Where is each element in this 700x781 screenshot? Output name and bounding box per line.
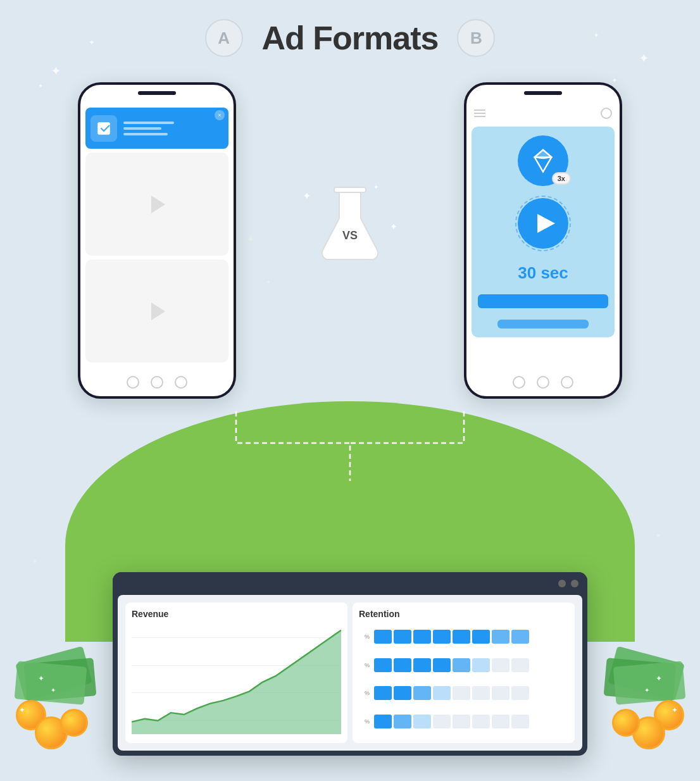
banner-line: [123, 133, 168, 135]
ad-bar-small: [497, 320, 589, 328]
star-icon: ✦: [51, 63, 61, 78]
ret-cell: [453, 630, 470, 644]
diamond-icon: [528, 146, 558, 175]
ret-cell: [472, 658, 490, 672]
star-icon: ✦: [51, 687, 56, 694]
ret-cell: [511, 715, 529, 728]
phone-b-top-bar: [466, 103, 620, 124]
ret-row: [374, 653, 568, 678]
money-left: ✦ ✦ ✦: [13, 623, 114, 749]
dashboard-content: Revenue R: [118, 595, 582, 751]
ret-cell: [413, 715, 431, 728]
circle-button: [601, 108, 612, 119]
phone-btn: [175, 376, 187, 389]
phones-container: ×: [78, 82, 622, 399]
banner-line: [123, 122, 174, 124]
ret-label: %: [359, 653, 372, 678]
ret-cell: [492, 686, 509, 700]
vs-container: VS ✦ ✦ ✦: [315, 184, 385, 266]
star-icon: ✦: [19, 706, 25, 715]
ret-cell: [433, 630, 451, 644]
timer-text: 30 sec: [518, 263, 568, 283]
phone-b-content: 3x 30 sec: [466, 103, 620, 368]
banner-lines: [123, 122, 174, 135]
ret-cell: [374, 715, 392, 728]
banner-line: [123, 127, 161, 130]
connector-lines: [160, 405, 540, 487]
beaker-icon: VS: [315, 184, 385, 266]
star-icon: ✦: [656, 674, 662, 683]
ret-cell: [511, 686, 529, 700]
retention-title: Retention: [359, 609, 568, 619]
ret-cell: [433, 715, 451, 728]
svg-rect-0: [334, 187, 366, 192]
revenue-panel: Revenue: [125, 603, 347, 743]
phone-btn: [151, 376, 163, 389]
ret-cell: [472, 715, 490, 728]
revenue-area-chart: [132, 624, 341, 734]
hamburger-icon: [474, 109, 485, 117]
ret-cell: [394, 686, 411, 700]
ret-cell: [453, 715, 470, 728]
ret-cell: [472, 686, 490, 700]
retention-grid: % %: [359, 624, 568, 734]
phone-btn: [127, 376, 139, 389]
header: A Ad Formats B: [0, 19, 700, 57]
phone-btn: [561, 376, 573, 389]
content-card-2: [85, 259, 228, 363]
video-container: [515, 195, 572, 254]
ret-cell: [492, 630, 509, 644]
close-icon: ×: [215, 110, 225, 120]
badge-b: B: [457, 19, 495, 57]
ret-row: [374, 680, 568, 706]
revenue-title: Revenue: [132, 609, 341, 619]
ret-cell: [453, 658, 470, 672]
play-icon: [151, 303, 165, 320]
phone-btn: [513, 376, 525, 389]
page-title: Ad Formats: [262, 19, 439, 57]
badge-a: A: [205, 19, 243, 57]
star-icon: ✦: [38, 82, 43, 89]
star-icon: ✦: [32, 557, 38, 566]
ret-cell: [511, 630, 529, 644]
bill: [613, 661, 686, 704]
multiplier-badge: 3x: [552, 172, 571, 185]
diamond-badge: 3x: [518, 135, 568, 186]
star-icon: ✦: [38, 674, 44, 683]
ret-cell: [433, 686, 451, 700]
banner-ad: ×: [85, 108, 228, 149]
ret-cell: [394, 630, 411, 644]
ret-cell: [433, 658, 451, 672]
coin: [60, 709, 88, 737]
ret-label: %: [359, 680, 372, 706]
ret-cell: [413, 686, 431, 700]
ret-cell: [511, 658, 529, 672]
ret-cell: [492, 715, 509, 728]
star-icon: ✦: [672, 706, 678, 715]
dot-icon: [558, 580, 566, 587]
ret-cell: [413, 630, 431, 644]
ret-cell: [374, 658, 392, 672]
star-icon: ✦: [644, 687, 649, 694]
ret-cell: [374, 630, 392, 644]
phone-b: 3x 30 sec: [464, 82, 622, 399]
ret-cell: [394, 715, 411, 728]
ret-row: [374, 709, 568, 735]
star-icon: ✦: [373, 184, 378, 191]
retention-panel: Retention % %: [353, 603, 575, 743]
star-icon: ✦: [303, 190, 311, 202]
ret-cell: [413, 658, 431, 672]
dashboard-titlebar: [113, 572, 587, 595]
phone-btn: [537, 376, 549, 389]
ret-cell: [374, 686, 392, 700]
star-icon: ✦: [390, 222, 397, 232]
ret-cell: [492, 658, 509, 672]
ret-cell: [472, 630, 490, 644]
svg-text:VS: VS: [342, 229, 358, 242]
banner-icon: [91, 115, 117, 142]
rewarded-ad: 3x 30 sec: [472, 127, 615, 337]
play-icon: [151, 196, 165, 213]
dashboard: Revenue R: [113, 572, 587, 756]
revenue-chart: [132, 624, 341, 734]
coin: [612, 709, 640, 737]
